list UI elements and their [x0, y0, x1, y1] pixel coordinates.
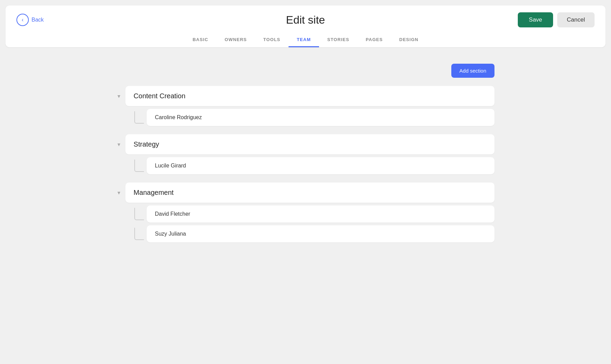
tab-pages[interactable]: PAGES — [357, 33, 391, 47]
section-strategy: ▼StrategyLucile Girard — [117, 134, 494, 174]
add-section-row: Add section — [117, 64, 494, 78]
nav-tabs: BASICOWNERSTOOLSTEAMSTORIESPAGESDESIGN — [16, 33, 595, 47]
section-title-content-creation: Content Creation — [125, 86, 494, 106]
chevron-down-icon-strategy[interactable]: ▼ — [117, 142, 121, 147]
tab-stories[interactable]: STORIES — [319, 33, 357, 47]
save-button[interactable]: Save — [518, 12, 553, 27]
back-label: Back — [32, 17, 44, 23]
section-content-creation: ▼Content CreationCaroline Rodriguez — [117, 86, 494, 126]
section-title-strategy: Strategy — [125, 134, 494, 154]
member-card[interactable]: Caroline Rodriguez — [147, 109, 494, 126]
main-content: Add section ▼Content CreationCaroline Ro… — [0, 53, 611, 262]
member-card[interactable]: Lucile Girard — [147, 157, 494, 174]
section-title-management: Management — [125, 183, 494, 203]
member-connector — [134, 160, 144, 172]
tab-basic[interactable]: BASIC — [184, 33, 217, 47]
section-members-strategy: Lucile Girard — [117, 157, 494, 174]
back-button[interactable]: ‹ Back — [16, 14, 44, 26]
tab-tools[interactable]: TOOLS — [255, 33, 289, 47]
page-title: Edit site — [286, 14, 325, 26]
chevron-down-icon-management[interactable]: ▼ — [117, 190, 121, 196]
member-connector — [134, 111, 144, 124]
member-connector — [134, 228, 144, 240]
tab-owners[interactable]: OWNERS — [217, 33, 255, 47]
section-members-content-creation: Caroline Rodriguez — [117, 109, 494, 126]
member-card[interactable]: David Fletcher — [147, 205, 494, 223]
member-connector — [134, 208, 144, 220]
section-members-management: David FletcherSuzy Juliana — [117, 205, 494, 242]
back-circle-icon: ‹ — [16, 14, 29, 26]
section-management: ▼ManagementDavid FletcherSuzy Juliana — [117, 183, 494, 242]
list-item: David Fletcher — [134, 205, 494, 223]
sections-container: ▼Content CreationCaroline Rodriguez▼Stra… — [117, 86, 494, 242]
tab-team[interactable]: TEAM — [289, 33, 319, 47]
chevron-down-icon-content-creation[interactable]: ▼ — [117, 93, 121, 99]
section-header-strategy: ▼Strategy — [117, 134, 494, 154]
list-item: Suzy Juliana — [134, 225, 494, 242]
member-card[interactable]: Suzy Juliana — [147, 225, 494, 242]
add-section-button[interactable]: Add section — [451, 64, 494, 78]
page-header: ‹ Back Edit site Save Cancel BASICOWNERS… — [5, 5, 606, 47]
section-header-management: ▼Management — [117, 183, 494, 203]
section-header-content-creation: ▼Content Creation — [117, 86, 494, 106]
tab-design[interactable]: DESIGN — [391, 33, 427, 47]
list-item: Lucile Girard — [134, 157, 494, 174]
header-actions: Save Cancel — [518, 12, 595, 27]
cancel-button[interactable]: Cancel — [557, 12, 595, 27]
list-item: Caroline Rodriguez — [134, 109, 494, 126]
